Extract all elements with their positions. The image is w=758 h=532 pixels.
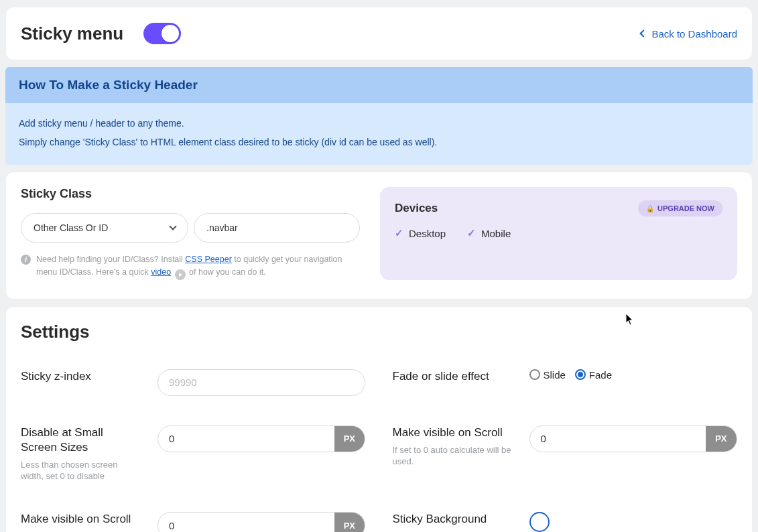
sticky-class-card: Sticky Class Other Class Or ID i Need he… xyxy=(5,172,753,300)
info-line-1: Add sticky menu / header to any theme. xyxy=(19,114,739,133)
visible-scroll-input-wrap: PX xyxy=(529,425,737,452)
setting-disable-small: Disable at Small Screen Sizes Less than … xyxy=(21,425,366,482)
slide-radio[interactable] xyxy=(529,369,540,380)
info-title: How To Make a Sticky Header xyxy=(5,67,753,103)
visible-home-label: Make visible on Scroll xyxy=(21,512,141,527)
css-peeper-link[interactable]: CSS Peeper xyxy=(185,255,231,264)
help-post: of how you can do it. xyxy=(187,267,266,277)
disable-small-input-wrap: PX xyxy=(157,425,365,452)
devices-checks: ✓ Desktop ✓ Mobile xyxy=(395,227,722,239)
page-header: Sticky menu Back to Dashboard xyxy=(5,7,753,60)
slide-radio-label: Slide xyxy=(544,369,566,381)
play-icon xyxy=(175,269,186,280)
zindex-label: Sticky z-index xyxy=(21,369,141,384)
chevron-down-icon xyxy=(169,222,176,230)
settings-card: Settings Sticky z-index Fade or slide ef… xyxy=(5,306,753,532)
mobile-checkbox[interactable]: ✓ Mobile xyxy=(467,227,511,239)
page-title: Sticky menu xyxy=(21,23,123,44)
help-pre: Need help finding your ID/Class? Install xyxy=(36,255,185,264)
help-text: i Need help finding your ID/Class? Insta… xyxy=(21,253,360,280)
zindex-input[interactable] xyxy=(158,370,365,395)
back-to-dashboard-link[interactable]: Back to Dashboard xyxy=(641,28,737,40)
upgrade-now-button[interactable]: 🔒 UPGRADE NOW xyxy=(638,200,722,216)
check-icon: ✓ xyxy=(395,227,403,239)
bg-color-label: Sticky Background xyxy=(393,512,513,527)
visible-scroll-hint: If set to 0 auto calculate will be used. xyxy=(393,444,513,468)
devices-panel: Devices 🔒 UPGRADE NOW ✓ Desktop ✓ Mobile xyxy=(380,187,737,280)
sticky-class-section: Sticky Class Other Class Or ID i Need he… xyxy=(21,187,360,280)
px-unit: PX xyxy=(334,513,365,532)
upgrade-label: UPGRADE NOW xyxy=(657,204,714,212)
settings-title: Settings xyxy=(21,322,737,342)
visible-home-input[interactable] xyxy=(158,513,334,532)
video-link[interactable]: video xyxy=(151,267,171,277)
setting-visible-home: Make visible on Scroll PX xyxy=(21,512,366,532)
setting-visible-scroll: Make visible on Scroll If set to 0 auto … xyxy=(393,425,738,482)
disable-small-input[interactable] xyxy=(158,426,334,452)
toggle-knob xyxy=(162,25,179,42)
sticky-class-input[interactable] xyxy=(206,222,347,233)
mobile-label: Mobile xyxy=(481,228,511,239)
lock-icon: 🔒 xyxy=(646,205,654,212)
settings-grid: Sticky z-index Fade or slide effect Slid… xyxy=(21,369,737,532)
info-line-2: Simply change 'Sticky Class' to HTML ele… xyxy=(19,133,739,151)
zindex-input-wrap xyxy=(157,369,365,396)
info-body: Add sticky menu / header to any theme. S… xyxy=(5,103,753,165)
bg-color-picker[interactable] xyxy=(529,512,550,532)
setting-bg-color: Sticky Background xyxy=(393,512,738,532)
devices-title: Devices xyxy=(395,202,438,215)
visible-home-input-wrap: PX xyxy=(157,512,365,532)
disable-small-label: Disable at Small Screen Sizes xyxy=(21,425,141,455)
visible-scroll-input[interactable] xyxy=(530,426,706,452)
sticky-class-select[interactable]: Other Class Or ID xyxy=(21,213,188,243)
sticky-class-text-wrap xyxy=(194,213,360,243)
sticky-menu-toggle[interactable] xyxy=(143,23,181,44)
select-value: Other Class Or ID xyxy=(34,222,108,233)
setting-zindex: Sticky z-index xyxy=(21,369,366,396)
effect-label: Fade or slide effect xyxy=(393,369,513,384)
visible-scroll-label: Make visible on Scroll xyxy=(393,425,513,440)
check-icon: ✓ xyxy=(467,227,476,239)
sticky-class-label: Sticky Class xyxy=(21,187,360,201)
how-to-info-box: How To Make a Sticky Header Add sticky m… xyxy=(5,67,753,165)
disable-small-hint: Less than chosen screen width, set 0 to … xyxy=(21,459,141,482)
desktop-checkbox[interactable]: ✓ Desktop xyxy=(395,227,446,239)
fade-radio-wrap: Fade xyxy=(575,369,612,381)
fade-radio-label: Fade xyxy=(589,369,612,381)
devices-top: Devices 🔒 UPGRADE NOW xyxy=(395,200,722,216)
chevron-left-icon xyxy=(640,29,647,37)
back-link-label: Back to Dashboard xyxy=(651,28,737,40)
effect-radio-group: Slide Fade xyxy=(529,369,613,381)
slide-radio-wrap: Slide xyxy=(529,369,566,381)
help-content: Need help finding your ID/Class? Install… xyxy=(36,253,360,280)
sticky-class-inputs: Other Class Or ID xyxy=(21,213,360,243)
px-unit: PX xyxy=(706,426,736,452)
fade-radio[interactable] xyxy=(575,369,586,380)
info-icon: i xyxy=(21,255,31,265)
desktop-label: Desktop xyxy=(409,228,446,239)
setting-effect: Fade or slide effect Slide Fade xyxy=(393,369,738,396)
px-unit: PX xyxy=(334,426,365,452)
